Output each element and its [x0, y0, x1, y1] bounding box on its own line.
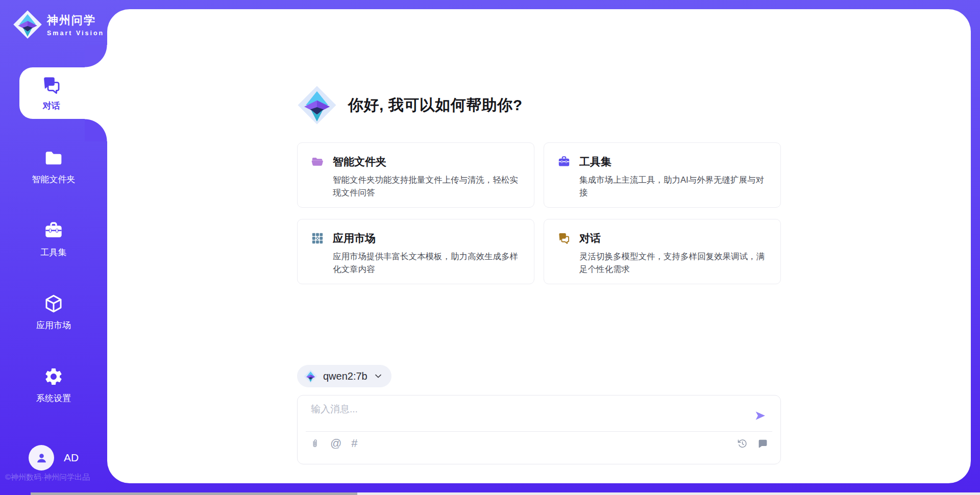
attach-file-button[interactable] — [309, 437, 322, 450]
avatar — [29, 445, 54, 471]
person-icon — [35, 451, 48, 465]
card-title: 应用市场 — [333, 231, 376, 245]
copyright-footer: ©神州数码·神州问学出品 — [5, 473, 90, 482]
card-toolset[interactable]: 工具集 集成市场上主流工具，助力AI与外界无缝扩展与对接 — [544, 142, 781, 208]
chevron-down-icon — [373, 371, 383, 381]
app-title: 神州问学 — [47, 13, 104, 28]
send-icon — [754, 409, 767, 422]
greeting-title: 你好, 我可以如何帮助你? — [348, 95, 523, 116]
sidebar-item-app-market[interactable]: 应用市场 — [3, 286, 105, 338]
scrollbar-thumb[interactable] — [31, 492, 357, 495]
folder-icon — [43, 147, 64, 168]
horizontal-scrollbar[interactable] — [31, 492, 980, 495]
model-selector[interactable]: qwen2:7b — [297, 365, 391, 387]
chat-icon — [41, 75, 62, 95]
sidebar-item-label: 智能文件夹 — [32, 174, 76, 185]
open-folder-icon — [311, 155, 324, 168]
send-button[interactable] — [754, 408, 769, 423]
cube-icon — [43, 293, 64, 314]
hashtag-button[interactable]: # — [350, 437, 358, 450]
composer-toolbar: @ # — [306, 432, 772, 455]
card-description: 智能文件夹功能支持批量文件上传与清洗，轻松实现文件问答 — [333, 174, 522, 199]
card-chat[interactable]: 对话 灵活切换多模型文件，支持多样回复效果调试，满足个性化需求 — [544, 219, 781, 284]
card-title: 智能文件夹 — [333, 155, 386, 169]
main-content: 你好, 我可以如何帮助你? 智能文件夹 智能文件夹功能支持批量文件上传与清洗，轻… — [107, 9, 971, 483]
user-name: AD — [64, 452, 79, 464]
card-title: 对话 — [579, 231, 601, 245]
sidebar-item-label: 工具集 — [41, 246, 67, 258]
apps-grid-icon — [311, 232, 324, 245]
feature-cards: 智能文件夹 智能文件夹功能支持批量文件上传与清洗，轻松实现文件问答 工具集 集成… — [297, 142, 781, 284]
sidebar-item-toolset[interactable]: 工具集 — [3, 213, 105, 265]
card-title: 工具集 — [579, 155, 611, 169]
model-name: qwen2:7b — [323, 370, 368, 382]
card-description: 应用市场提供丰富长文本模板，助力高效生成多样化文章内容 — [333, 250, 522, 276]
sidebar-item-label: 应用市场 — [36, 319, 71, 331]
sidebar-item-smart-folder[interactable]: 智能文件夹 — [3, 140, 105, 192]
gem-icon — [304, 369, 317, 383]
composer: @ # — [297, 395, 781, 464]
user-profile[interactable]: AD — [29, 445, 79, 471]
hash-icon: # — [351, 438, 357, 449]
paperclip-icon — [310, 438, 321, 449]
card-app-market[interactable]: 应用市场 应用市场提供丰富长文本模板，助力高效生成多样化文章内容 — [297, 219, 534, 284]
app-subtitle: Smart Vision — [47, 30, 104, 37]
toolbox-icon — [43, 220, 64, 241]
sidebar-item-label: 对话 — [43, 100, 60, 112]
content-column: 你好, 我可以如何帮助你? 智能文件夹 智能文件夹功能支持批量文件上传与清洗，轻… — [297, 9, 781, 464]
greeting: 你好, 我可以如何帮助你? — [297, 84, 781, 126]
card-smart-folder[interactable]: 智能文件夹 智能文件夹功能支持批量文件上传与清洗，轻松实现文件问答 — [297, 142, 534, 208]
logo-gem-icon — [13, 10, 42, 39]
card-description: 灵活切换多模型文件，支持多样回复效果调试，满足个性化需求 — [579, 250, 768, 276]
toolbox-icon — [557, 155, 571, 168]
card-description: 集成市场上主流工具，助力AI与外界无缝扩展与对接 — [579, 174, 768, 199]
sidebar-item-settings[interactable]: 系统设置 — [3, 359, 105, 411]
gear-icon — [43, 366, 64, 387]
greeting-gem-icon — [297, 85, 337, 125]
model-selector-row: qwen2:7b — [297, 365, 781, 387]
message-input[interactable] — [311, 403, 742, 429]
chat-icon — [557, 232, 571, 245]
quick-message-button[interactable] — [756, 437, 769, 450]
sidebar: 神州问学 Smart Vision 对话 智能文件夹 工具集 应用市场 系统设置… — [0, 0, 107, 495]
at-icon: @ — [330, 438, 341, 449]
app-logo: 神州问学 Smart Vision — [13, 10, 104, 39]
message-icon — [757, 438, 768, 449]
sidebar-item-label: 系统设置 — [36, 392, 71, 404]
sidebar-item-chat[interactable]: 对话 — [19, 67, 108, 119]
history-button[interactable] — [736, 437, 749, 450]
mention-button[interactable]: @ — [329, 437, 342, 450]
history-icon — [737, 438, 748, 449]
